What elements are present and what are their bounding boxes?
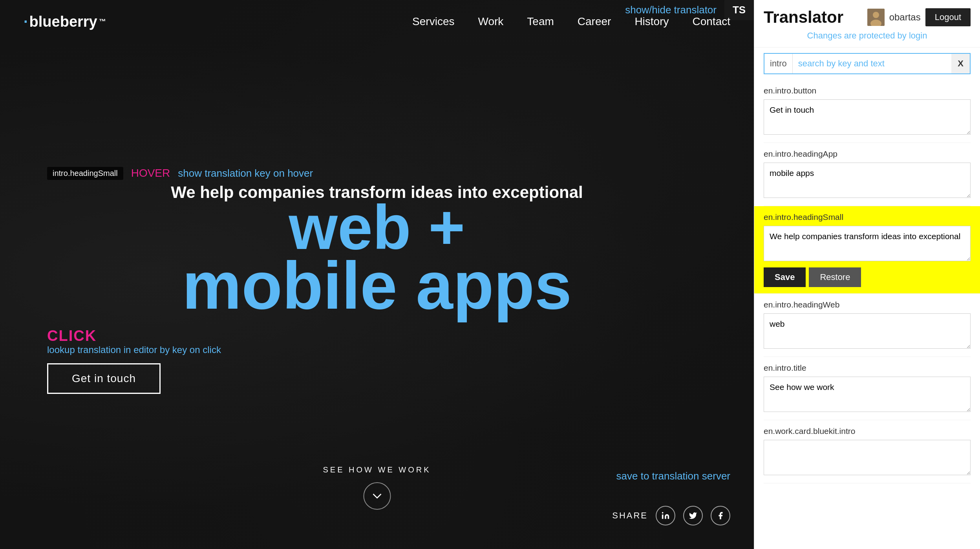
entry-key-intro-button: en.intro.button [764,86,971,95]
share-section: SHARE [612,506,730,525]
search-clear-button[interactable]: X [951,54,970,73]
action-buttons-headingSmall: Save Restore [764,267,971,287]
svg-point-0 [662,512,664,514]
lookup-translation-link[interactable]: lookup translation in editor by key on c… [47,344,221,355]
translator-title-row: Translator obartas Logout [764,8,971,27]
share-label: SHARE [612,511,648,521]
hero-heading: We help companies transform ideas into e… [171,182,583,316]
entry-textarea-intro-headingWeb[interactable]: web [764,313,971,349]
nav-team[interactable]: Team [527,15,554,27]
entry-key-intro-headingWeb: en.intro.headingWeb [764,300,971,309]
linkedin-icon[interactable] [656,506,675,525]
logo-text: blueberry [29,13,97,30]
entry-work-card-bluekit-intro: en.work.card.bluekit.intro [764,420,971,483]
svg-point-2 [873,12,879,18]
entry-textarea-work-card-bluekit-intro[interactable] [764,440,971,475]
search-prefix: intro [764,54,793,73]
search-bar: intro X [764,53,971,74]
translation-entries: en.intro.button Get in touch en.intro.he… [754,80,980,483]
logo: ·blueberry™ [24,13,106,30]
translator-panel: Translator obartas Logout Changes are pr… [754,0,980,549]
bottom-actions: CLICK lookup translation in editor by ke… [0,328,754,394]
entry-key-intro-headingApp: en.intro.headingApp [764,149,971,159]
see-how-text: SEE HOW WE WORK [323,465,431,474]
facebook-icon[interactable] [711,506,730,525]
entry-textarea-intro-button[interactable]: Get in touch [764,99,971,135]
entry-key-intro-title: en.intro.title [764,363,971,373]
twitter-icon[interactable] [683,506,703,525]
translator-header: Translator obartas Logout Changes are pr… [754,0,980,48]
restore-button[interactable]: Restore [809,267,861,287]
entry-key-work-card-bluekit-intro: en.work.card.bluekit.intro [764,426,971,436]
nav-services[interactable]: Services [412,15,454,27]
entry-intro-headingSmall: en.intro.headingSmall We help companies … [754,206,980,294]
save-button[interactable]: Save [764,267,806,287]
hero-mobile-text: mobile apps [171,256,583,316]
entry-intro-headingWeb: en.intro.headingWeb web [764,294,971,357]
logo-tm: ™ [99,18,106,26]
entry-key-intro-headingSmall: en.intro.headingSmall [764,212,971,222]
hero-web-text: web + [289,199,465,256]
save-to-server-link[interactable]: save to translation server [616,470,730,482]
hover-label: HOVER [131,167,170,179]
nav-history[interactable]: History [634,15,669,27]
left-actions: CLICK lookup translation in editor by ke… [47,328,221,394]
entry-intro-button: en.intro.button Get in touch [764,80,971,143]
username-label: obartas [889,12,921,23]
key-badge: intro.headingSmall [47,167,123,180]
user-section: obartas Logout [867,8,971,26]
entry-textarea-intro-title[interactable]: See how we work [764,377,971,412]
website-panel: show/hide translator TS ·blueberry™ Serv… [0,0,754,549]
hero-big-line: web + [171,199,583,256]
search-input[interactable] [793,54,952,73]
entry-textarea-intro-headingApp[interactable]: mobile apps [764,163,971,198]
translator-title: Translator [764,8,843,27]
hero-mobile-line: mobile apps [171,256,583,316]
navbar: ·blueberry™ Services Work Team Career Hi… [0,0,754,43]
entry-intro-headingApp: en.intro.headingApp mobile apps [764,143,971,206]
hover-row: intro.headingSmall HOVER show translatio… [47,167,313,180]
nav-links: Services Work Team Career History Contac… [412,15,730,28]
entry-textarea-intro-headingSmall[interactable]: We help companies transform ideas into e… [764,226,971,261]
nav-contact[interactable]: Contact [693,15,731,27]
show-translation-key-link[interactable]: show translation key on hover [178,167,313,179]
entry-intro-title: en.intro.title See how we work [764,357,971,420]
user-avatar [867,9,885,26]
see-how-section: SEE HOW WE WORK [323,465,431,510]
get-in-touch-button[interactable]: Get in touch [47,363,161,394]
click-label: CLICK [47,328,97,344]
protected-text: Changes are protected by login [764,28,971,43]
chevron-down-button[interactable] [363,482,391,510]
logo-dot: · [24,13,28,30]
nav-work[interactable]: Work [478,15,503,27]
nav-career[interactable]: Career [578,15,611,27]
logout-button[interactable]: Logout [925,8,971,26]
